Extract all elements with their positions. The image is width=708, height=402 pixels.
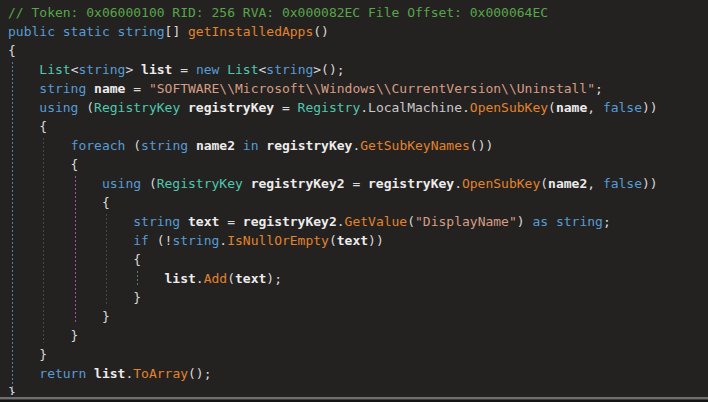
code-line: if (!string.IsNullOrEmpty(text)) [8, 231, 708, 250]
code-line: } [8, 288, 708, 307]
code-line: List<string> list = new List<string>(); [8, 60, 708, 79]
code-line: { [8, 193, 708, 212]
code-line: foreach (string name2 in registryKey.Get… [8, 136, 708, 155]
code-line: return list.ToArray(); [8, 364, 708, 383]
horizontal-scrollbar[interactable] [0, 395, 708, 402]
code-editor[interactable]: // Token: 0x06000100 RID: 256 RVA: 0x000… [0, 0, 708, 395]
code-line: // Token: 0x06000100 RID: 256 RVA: 0x000… [8, 3, 708, 22]
code-line: } [8, 326, 708, 345]
code-line: } [8, 307, 708, 326]
decompiler-window: // Token: 0x06000100 RID: 256 RVA: 0x000… [0, 0, 708, 402]
code-line: { [8, 250, 708, 269]
code-lines: // Token: 0x06000100 RID: 256 RVA: 0x000… [8, 3, 708, 395]
code-line: public static string[] getInstalledApps(… [8, 22, 708, 41]
code-line: using (RegistryKey registryKey2 = regist… [8, 174, 708, 193]
code-line: { [8, 117, 708, 136]
code-line: } [8, 345, 708, 364]
code-line: } [8, 383, 708, 395]
code-line: using (RegistryKey registryKey = Registr… [8, 98, 708, 117]
code-line: list.Add(text); [8, 269, 708, 288]
code-line: string name = "SOFTWARE\\Microsoft\\Wind… [8, 79, 708, 98]
code-line: { [8, 41, 708, 60]
code-line: string text = registryKey2.GetValue("Dis… [8, 212, 708, 231]
code-line: { [8, 155, 708, 174]
